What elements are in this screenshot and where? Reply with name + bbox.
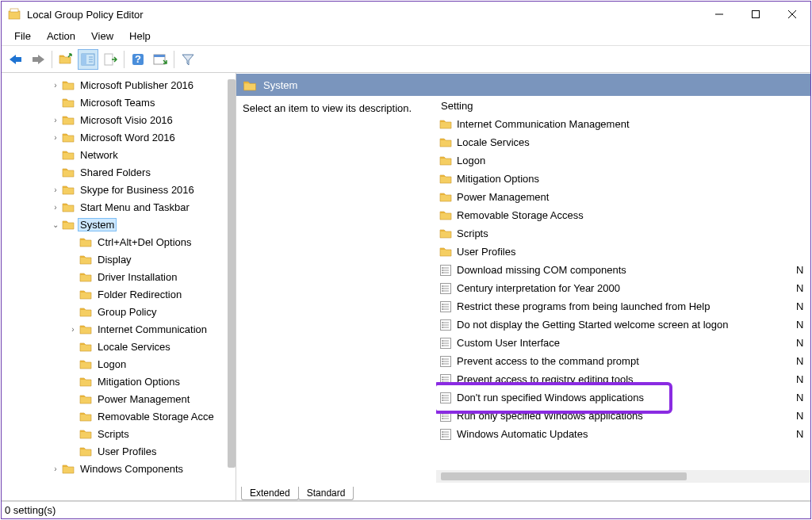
tree-item[interactable]: Group Policy bbox=[2, 303, 236, 320]
tree-item[interactable]: Display bbox=[2, 250, 236, 268]
tree-item[interactable]: ⌄System bbox=[2, 216, 236, 233]
chevron-right-icon[interactable]: › bbox=[51, 465, 60, 473]
tree-item[interactable]: Driver Installation bbox=[2, 268, 236, 285]
tab-extended[interactable]: Extended bbox=[241, 487, 299, 500]
settings-row-state: N bbox=[796, 373, 810, 385]
tree-item[interactable]: Microsoft Teams bbox=[2, 94, 236, 111]
tree-item[interactable]: Scripts bbox=[2, 425, 236, 442]
tree-item[interactable]: ›Microsoft Publisher 2016 bbox=[2, 76, 236, 94]
tab-standard[interactable]: Standard bbox=[298, 487, 354, 500]
folder-icon bbox=[79, 289, 92, 300]
settings-row[interactable]: Windows Automatic UpdatesN bbox=[436, 425, 810, 443]
chevron-down-icon[interactable]: ⌄ bbox=[51, 220, 60, 229]
show-tree-button[interactable] bbox=[78, 49, 98, 70]
tree-item[interactable]: Logon bbox=[2, 355, 236, 373]
folder-icon bbox=[439, 173, 452, 185]
settings-row[interactable]: Removable Storage Access bbox=[436, 206, 810, 224]
tree-scrollbar[interactable] bbox=[228, 79, 236, 468]
settings-row[interactable]: Prevent access to registry editing tools… bbox=[436, 370, 810, 388]
tree-item[interactable]: User Profiles bbox=[2, 442, 236, 460]
settings-column-header[interactable]: Setting bbox=[436, 96, 810, 115]
folder-icon bbox=[439, 136, 452, 149]
settings-row[interactable]: Century interpretation for Year 2000N bbox=[436, 279, 810, 297]
folder-icon bbox=[79, 393, 92, 404]
tree-item-label: Removable Storage Acce bbox=[95, 410, 216, 423]
tree-item[interactable]: Folder Redirection bbox=[2, 285, 236, 303]
policy-setting-icon bbox=[439, 319, 452, 331]
tree-item[interactable]: Network bbox=[2, 146, 236, 163]
tree-item[interactable]: ›Skype for Business 2016 bbox=[2, 181, 236, 198]
settings-row[interactable]: Scripts bbox=[436, 224, 810, 243]
tree-item[interactable]: Removable Storage Acce bbox=[2, 407, 236, 425]
folder-icon bbox=[79, 254, 92, 265]
settings-row[interactable]: Restrict these programs from being launc… bbox=[436, 297, 810, 315]
svg-rect-7 bbox=[9, 11, 20, 19]
tree-item-label: Power Management bbox=[95, 392, 192, 406]
tree-item[interactable]: ›Microsoft Word 2016 bbox=[2, 128, 236, 146]
folder-icon bbox=[62, 79, 75, 90]
tree-item-label: Logon bbox=[95, 358, 128, 371]
settings-row[interactable]: Power Management bbox=[436, 188, 810, 206]
policy-setting-icon bbox=[439, 410, 452, 422]
tree-item-label: Network bbox=[78, 148, 121, 162]
tree-item[interactable]: Shared Folders bbox=[2, 163, 236, 181]
export-button[interactable] bbox=[100, 49, 121, 70]
tree-item[interactable]: ›Windows Components bbox=[2, 460, 236, 477]
tree-item[interactable]: Mitigation Options bbox=[2, 373, 236, 390]
tree-item[interactable]: ›Internet Communication bbox=[2, 320, 236, 338]
forward-button[interactable] bbox=[28, 49, 48, 70]
back-button[interactable] bbox=[6, 49, 26, 70]
settings-row[interactable]: Prevent access to the command promptN bbox=[436, 352, 810, 370]
settings-row-label: Logon bbox=[457, 155, 810, 166]
menu-file[interactable]: File bbox=[6, 28, 39, 44]
settings-row[interactable]: Custom User InterfaceN bbox=[436, 334, 810, 352]
chevron-right-icon[interactable]: › bbox=[51, 185, 60, 194]
settings-row-label: Windows Automatic Updates bbox=[457, 428, 796, 440]
folder-icon bbox=[439, 191, 452, 204]
menu-help[interactable]: Help bbox=[121, 28, 159, 44]
filter-button[interactable] bbox=[178, 49, 198, 70]
view-tabs: Extended Standard bbox=[236, 483, 810, 500]
tree-item[interactable]: Ctrl+Alt+Del Options bbox=[2, 233, 236, 250]
menu-view[interactable]: View bbox=[83, 28, 121, 44]
tree-item[interactable]: ›Start Menu and Taskbar bbox=[2, 198, 236, 216]
settings-row[interactable]: Internet Communication Management bbox=[436, 115, 810, 133]
chevron-right-icon[interactable]: › bbox=[51, 133, 60, 142]
chevron-right-icon[interactable]: › bbox=[68, 325, 78, 334]
settings-row[interactable]: Locale Services bbox=[436, 133, 810, 151]
settings-row-state: N bbox=[796, 392, 810, 403]
tree-item-label: Mitigation Options bbox=[95, 375, 182, 388]
settings-hscrollbar[interactable] bbox=[436, 470, 810, 483]
settings-row[interactable]: Download missing COM componentsN bbox=[436, 261, 810, 279]
settings-row-label: Mitigation Options bbox=[457, 173, 810, 185]
folder-icon bbox=[79, 445, 92, 457]
tree-item-label: Driver Installation bbox=[95, 270, 179, 284]
settings-row[interactable]: Run only specified Windows applicationsN bbox=[436, 407, 810, 425]
policy-setting-icon bbox=[439, 264, 452, 277]
svg-rect-10 bbox=[753, 11, 760, 18]
folder-icon bbox=[79, 271, 92, 282]
tree-view[interactable]: ›Microsoft Publisher 2016Microsoft Teams… bbox=[2, 73, 236, 500]
settings-row[interactable]: Do not display the Getting Started welco… bbox=[436, 315, 810, 334]
settings-row[interactable]: User Profiles bbox=[436, 243, 810, 261]
help-button[interactable]: ? bbox=[128, 49, 148, 70]
tree-item-label: Start Menu and Taskbar bbox=[78, 201, 192, 214]
folder-icon bbox=[79, 323, 92, 335]
tree-item[interactable]: Power Management bbox=[2, 390, 236, 407]
tree-item[interactable]: Locale Services bbox=[2, 338, 236, 355]
close-button[interactable] bbox=[774, 2, 810, 27]
settings-row[interactable]: Mitigation Options bbox=[436, 170, 810, 188]
settings-row[interactable]: Logon bbox=[436, 151, 810, 170]
settings-row[interactable]: Don't run specified Windows applications… bbox=[436, 388, 810, 407]
maximize-button[interactable] bbox=[737, 2, 774, 27]
up-folder-button[interactable] bbox=[56, 49, 76, 70]
chevron-right-icon[interactable]: › bbox=[51, 116, 60, 124]
folder-icon bbox=[79, 306, 92, 317]
tree-item[interactable]: ›Microsoft Visio 2016 bbox=[2, 111, 236, 128]
menu-action[interactable]: Action bbox=[39, 28, 83, 44]
properties-button[interactable] bbox=[150, 49, 170, 70]
minimize-button[interactable] bbox=[701, 2, 737, 27]
chevron-right-icon[interactable]: › bbox=[51, 203, 60, 212]
chevron-right-icon[interactable]: › bbox=[51, 81, 60, 90]
folder-icon bbox=[439, 209, 452, 222]
